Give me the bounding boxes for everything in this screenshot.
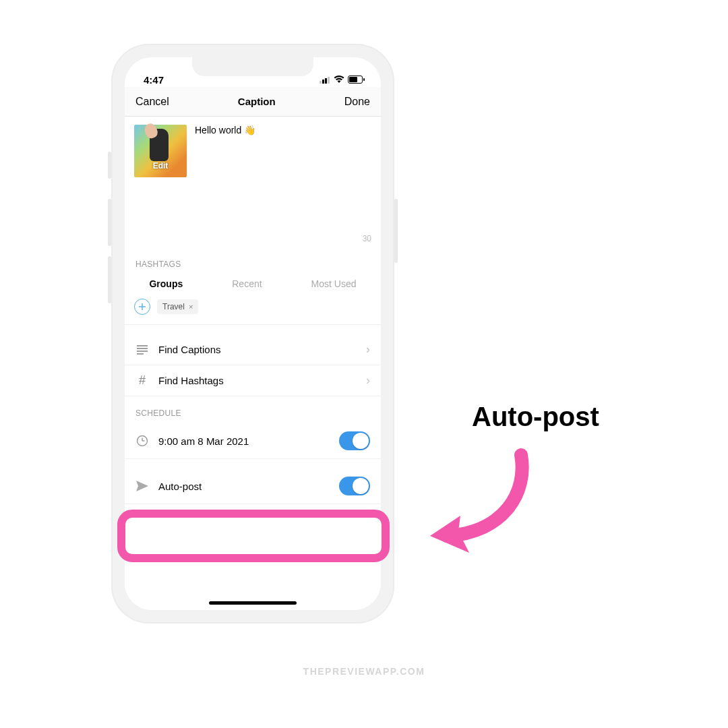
cellular-icon: [320, 74, 330, 86]
watermark: THEPREVIEWAPP.COM: [0, 666, 728, 677]
chevron-right-icon: ›: [366, 373, 370, 388]
svg-rect-0: [320, 81, 322, 84]
annotation-label: Auto-post: [472, 402, 599, 432]
svg-rect-1: [322, 80, 324, 84]
svg-rect-2: [325, 78, 327, 84]
row-label: Find Captions: [158, 344, 357, 355]
hashtag-chip-travel[interactable]: Travel ×: [157, 299, 198, 314]
notch: [192, 57, 313, 76]
svg-rect-5: [349, 77, 357, 82]
find-captions-row[interactable]: Find Captions ›: [125, 334, 381, 365]
home-indicator: [209, 601, 297, 605]
row-label: Find Hashtags: [158, 375, 357, 386]
chip-remove-icon[interactable]: ×: [189, 303, 193, 311]
hashtags-header: HASHTAGS: [125, 247, 381, 274]
schedule-header: SCHEDULE: [125, 396, 381, 423]
find-hashtags-row[interactable]: # Find Hashtags ›: [125, 365, 381, 396]
autopost-label: Auto-post: [158, 481, 330, 492]
schedule-time-label: 9:00 am 8 Mar 2021: [158, 435, 330, 447]
chevron-right-icon: ›: [366, 342, 370, 357]
tab-groups[interactable]: Groups: [149, 278, 183, 289]
clock-icon: [135, 435, 149, 447]
annotation-arrow-icon: [417, 445, 538, 559]
svg-rect-3: [328, 77, 330, 84]
caption-input[interactable]: Hello world 👋: [195, 125, 255, 231]
bottom-area: [125, 516, 381, 610]
edit-overlay: Edit: [153, 161, 169, 171]
post-thumbnail[interactable]: Edit: [134, 125, 187, 177]
lines-icon: [135, 345, 149, 355]
wifi-icon: [334, 74, 344, 86]
hash-icon: #: [135, 373, 149, 388]
phone-frame: 4:47 Cancel Caption Done Edit H: [111, 44, 394, 624]
hashtag-tabs: Groups Recent Most Used: [125, 274, 381, 296]
schedule-toggle[interactable]: [339, 431, 370, 450]
add-hashtag-group-button[interactable]: [134, 299, 150, 315]
autopost-row[interactable]: Auto-post: [125, 468, 381, 504]
cancel-button[interactable]: Cancel: [135, 96, 169, 108]
schedule-time-row[interactable]: 9:00 am 8 Mar 2021: [125, 423, 381, 459]
nav-bar: Cancel Caption Done: [125, 87, 381, 117]
tab-recent[interactable]: Recent: [232, 278, 262, 289]
send-icon: [135, 481, 149, 491]
character-count: 30: [125, 231, 381, 247]
autopost-toggle[interactable]: [339, 477, 370, 495]
nav-title: Caption: [238, 96, 276, 107]
plus-icon: [138, 303, 146, 311]
screen: 4:47 Cancel Caption Done Edit H: [125, 57, 381, 610]
battery-icon: [348, 74, 365, 86]
hashtag-chips: Travel ×: [125, 296, 381, 325]
caption-editor: Edit Hello world 👋: [125, 117, 381, 231]
chip-label: Travel: [162, 302, 185, 311]
status-time: 4:47: [144, 74, 164, 86]
svg-rect-6: [363, 78, 365, 81]
done-button[interactable]: Done: [344, 96, 370, 108]
tab-most-used[interactable]: Most Used: [311, 278, 357, 289]
